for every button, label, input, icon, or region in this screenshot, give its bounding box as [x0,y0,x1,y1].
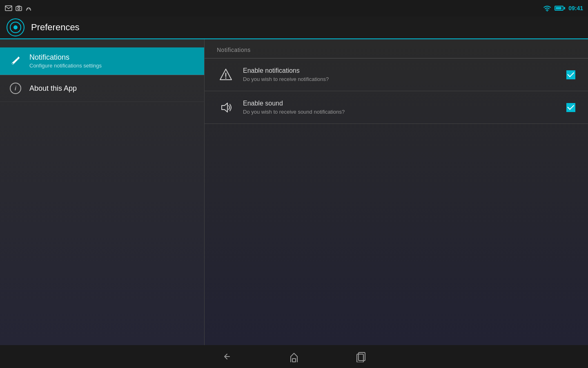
pref-enable-sound-subtitle: Do you wish to receive sound notificatio… [243,109,566,115]
left-panel: Notifications Configure notifications se… [0,39,204,345]
pref-enable-notifications-checkbox[interactable] [566,70,576,80]
pref-enable-notifications-subtitle: Do you wish to receive notifications? [243,76,566,82]
back-button[interactable] [218,348,236,366]
sound-icon [217,99,235,117]
svg-rect-11 [292,359,296,362]
home-button[interactable] [285,348,303,366]
svg-rect-1 [16,7,22,11]
checkbox-checked-icon [566,70,575,79]
pref-enable-sound-checkbox[interactable] [566,103,576,112]
wrench-icon [8,54,23,68]
alert-triangle-icon [217,66,235,84]
battery-icon [555,6,565,11]
nav-item-about-text: About this App [29,84,77,93]
nav-item-about[interactable]: i About this App [0,75,204,102]
status-right-icons: 09:41 [543,5,583,11]
status-left-icons [5,5,32,11]
svg-point-9 [225,77,227,79]
nav-item-notifications[interactable]: Notifications Configure notifications se… [0,47,204,75]
svg-rect-0 [5,6,12,11]
pref-item-enable-sound[interactable]: Enable sound Do you wish to receive soun… [205,91,588,124]
action-bar: Preferences [0,16,588,39]
svg-point-6 [547,11,548,11]
nav-bar [0,345,588,368]
nav-notifications-subtitle: Configure notifications settings [29,63,102,69]
cat-icon [25,5,32,11]
svg-point-4 [27,9,28,9]
app-logo [7,18,24,36]
svg-point-2 [18,8,20,10]
pref-item-enable-notifications[interactable]: Enable notifications Do you wish to rece… [205,58,588,91]
pref-enable-sound-text: Enable sound Do you wish to receive soun… [243,100,566,115]
wifi-icon [543,5,551,11]
svg-point-7 [12,63,13,64]
screenshot-icon [16,5,22,11]
recents-button[interactable] [352,348,370,366]
main-content: Notifications Configure notifications se… [0,39,588,345]
checkbox-sound-checked-icon [566,103,575,112]
panel-section-title: Notifications [205,39,588,58]
mail-icon [5,5,12,11]
pref-enable-notifications-title: Enable notifications [243,67,566,74]
app-title: Preferences [31,22,80,33]
status-time: 09:41 [568,5,583,11]
svg-point-5 [29,9,30,9]
nav-notifications-title: Notifications [29,53,102,62]
svg-marker-10 [222,103,227,112]
right-panel: Notifications Enable notifications Do yo… [204,39,588,345]
info-icon: i [8,81,23,96]
pref-enable-sound-title: Enable sound [243,100,566,107]
nav-about-title: About this App [29,84,77,93]
nav-item-notifications-text: Notifications Configure notifications se… [29,53,102,69]
pref-enable-notifications-text: Enable notifications Do you wish to rece… [243,67,566,82]
status-bar: 09:41 [0,0,588,16]
